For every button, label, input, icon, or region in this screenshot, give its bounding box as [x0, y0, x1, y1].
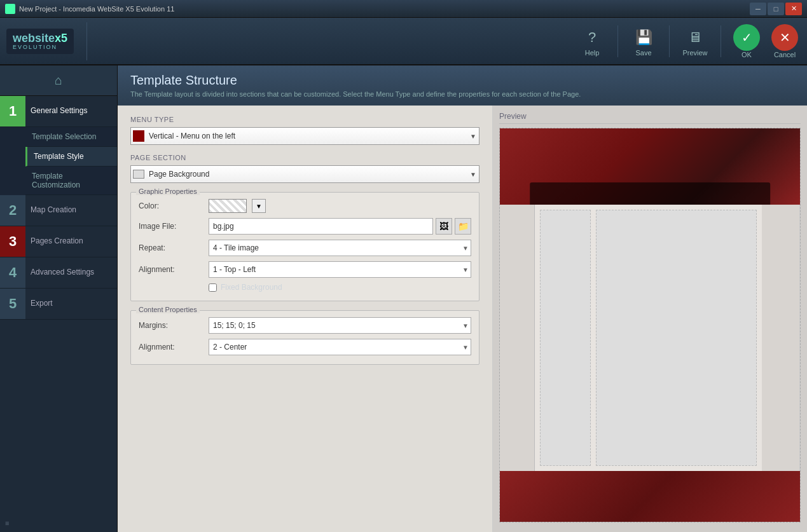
- image-file-browse-btn[interactable]: 🖼: [436, 218, 452, 235]
- page-section-row: Page Background Header Footer Menu Conte…: [130, 165, 479, 183]
- sidebar-label-advanced-settings: Advanced Settings: [25, 264, 99, 282]
- preview-body: [500, 205, 800, 471]
- sidebar-label-pages-creation: Pages Creation: [25, 233, 88, 250]
- sidebar-bottom: ≡: [0, 514, 117, 532]
- sidebar-label-map-creation: Map Creation: [25, 201, 81, 219]
- menu-type-group: Menu Type Vertical - Menu on the left Ho…: [130, 116, 479, 145]
- sidebar-item-advanced-settings[interactable]: 4 Advanced Settings: [0, 257, 117, 289]
- color-swatch[interactable]: [209, 199, 247, 213]
- page-section-dropdown-wrapper[interactable]: Page Background Header Footer Menu Conte…: [130, 165, 479, 183]
- template-style-label: Template Style: [34, 152, 84, 161]
- sidebar-label-export: Export: [25, 295, 58, 313]
- alignment-select[interactable]: 1 - Top - Left 2 - Top - Center 3 - Top …: [209, 261, 471, 278]
- toolbar-divider-1: [617, 25, 618, 57]
- image-file-row: Image File: bg.jpg 🖼 📁: [139, 218, 471, 235]
- logo-box: websitex5 EVOLUTION: [6, 29, 74, 54]
- template-customization-label: Template Customization: [32, 172, 111, 189]
- page-section-group: Page section Page Background Header Foot…: [130, 154, 479, 183]
- preview-frame: [499, 128, 801, 522]
- fixed-background-label[interactable]: Fixed Background: [221, 283, 282, 292]
- image-file-text: bg.jpg: [209, 218, 433, 235]
- content-alignment-select-wrapper[interactable]: 1 - Left 2 - Center 3 - Right ▼: [209, 339, 471, 355]
- page-section-select[interactable]: Page Background Header Footer Menu Conte…: [130, 165, 479, 183]
- sidebar-item-pages-creation[interactable]: 3 Pages Creation: [0, 226, 117, 257]
- content-properties-group: Content Properties Margins: 15; 15; 0; 1…: [130, 310, 479, 365]
- preview-sidebar: [500, 205, 535, 471]
- menu-type-dropdown-wrapper[interactable]: Vertical - Menu on the left Horizontal -…: [130, 127, 479, 145]
- content-alignment-row: Alignment: 1 - Left 2 - Center 3 - Right…: [139, 339, 471, 355]
- save-icon: 💾: [632, 26, 655, 49]
- main-layout: ⌂ 1 General Settings Template Selection …: [0, 65, 807, 532]
- logo: websitex5 EVOLUTION: [6, 22, 87, 60]
- image-file-folder-btn[interactable]: 📁: [455, 218, 471, 235]
- margins-select[interactable]: 15; 15; 0; 15 0; 0; 0; 0: [209, 317, 471, 334]
- repeat-select-wrapper[interactable]: 1 - No repeat 2 - Repeat horizontally 3 …: [209, 240, 471, 256]
- alignment-select-wrapper[interactable]: 1 - Top - Left 2 - Top - Center 3 - Top …: [209, 261, 471, 278]
- toolbar-divider-3: [721, 25, 721, 57]
- preview-content: [535, 205, 762, 471]
- file-input-group: bg.jpg 🖼 📁: [209, 218, 471, 235]
- save-button[interactable]: 💾 Save: [628, 26, 659, 57]
- sidebar-item-template-style[interactable]: Template Style: [25, 147, 117, 167]
- preview-footer: [500, 471, 800, 522]
- close-button[interactable]: ✕: [785, 3, 802, 15]
- alignment-row: Alignment: 1 - Top - Left 2 - Top - Cent…: [139, 261, 471, 278]
- preview-button[interactable]: 🖥 Preview: [679, 26, 711, 57]
- app-icon: [5, 4, 15, 14]
- cancel-button[interactable]: ✕ Cancel: [769, 24, 801, 58]
- preview-col-left: [540, 210, 591, 466]
- help-label: Help: [585, 49, 600, 57]
- fixed-background-checkbox[interactable]: [209, 283, 217, 292]
- sidebar-num-1: 1: [0, 96, 25, 126]
- toolbar-buttons: ? Help 💾 Save 🖥 Preview ✓ OK ✕ Cancel: [576, 24, 801, 58]
- preview-label: Preview: [499, 112, 801, 124]
- logo-website: websitex5: [13, 32, 67, 44]
- preview-panel: Preview: [493, 106, 807, 532]
- content-header: Template Structure The Template layout i…: [118, 65, 807, 106]
- help-button[interactable]: ? Help: [576, 26, 608, 57]
- preview-col-right: [762, 205, 800, 471]
- sidebar-item-template-customization[interactable]: Template Customization: [25, 167, 117, 195]
- alignment-label: Alignment:: [139, 265, 209, 274]
- toolbar: websitex5 EVOLUTION ? Help 💾 Save 🖥 Prev…: [0, 18, 807, 65]
- page-section-label: Page section: [130, 154, 479, 161]
- color-label: Color:: [139, 201, 209, 210]
- color-dropdown-btn[interactable]: ▼: [252, 199, 266, 213]
- color-row: Color: ▼: [139, 199, 471, 213]
- sidebar-home-button[interactable]: ⌂: [0, 65, 117, 96]
- content-alignment-label: Alignment:: [139, 343, 209, 351]
- margins-select-wrapper[interactable]: 15; 15; 0; 15 0; 0; 0; 0 ▼: [209, 317, 471, 334]
- preview-header: [500, 128, 800, 205]
- fixed-background-row: Fixed Background: [139, 283, 471, 292]
- minimize-button[interactable]: ─: [750, 3, 766, 15]
- sidebar-item-template-selection[interactable]: Template Selection: [25, 127, 117, 147]
- graphic-properties-group: Graphic Properties Color: ▼ Image File:: [130, 192, 479, 301]
- page-description: The Template layout is divided into sect…: [130, 90, 794, 98]
- sidebar-num-3: 3: [0, 226, 25, 257]
- maximize-button[interactable]: □: [768, 3, 784, 15]
- page-title: Template Structure: [130, 73, 794, 88]
- margins-row: Margins: 15; 15; 0; 15 0; 0; 0; 0 ▼: [139, 317, 471, 334]
- title-bar: New Project - Incomedia WebSite X5 Evolu…: [0, 0, 807, 18]
- content-properties-title: Content Properties: [136, 306, 200, 313]
- sidebar-num-5: 5: [0, 289, 25, 319]
- sidebar-item-map-creation[interactable]: 2 Map Creation: [0, 195, 117, 226]
- sidebar-item-export[interactable]: 5 Export: [0, 289, 117, 320]
- help-icon: ?: [581, 26, 604, 49]
- image-file-label: Image File:: [139, 222, 209, 231]
- color-control: ▼: [209, 199, 266, 213]
- sidebar-label-general-settings: General Settings: [25, 102, 92, 120]
- menu-type-row: Vertical - Menu on the left Horizontal -…: [130, 127, 479, 145]
- repeat-select[interactable]: 1 - No repeat 2 - Repeat horizontally 3 …: [209, 240, 471, 256]
- title-bar-buttons: ─ □ ✕: [750, 3, 802, 15]
- repeat-row: Repeat: 1 - No repeat 2 - Repeat horizon…: [139, 240, 471, 256]
- ok-button[interactable]: ✓ OK: [731, 24, 762, 58]
- cancel-icon: ✕: [771, 24, 798, 51]
- sidebar-sub-section: Template Selection Template Style Templa…: [0, 127, 117, 195]
- template-selection-label: Template Selection: [32, 132, 96, 141]
- menu-type-select[interactable]: Vertical - Menu on the left Horizontal -…: [130, 127, 479, 145]
- content-area: Template Structure The Template layout i…: [118, 65, 807, 532]
- margins-label: Margins:: [139, 321, 209, 330]
- sidebar-item-general-settings[interactable]: 1 General Settings: [0, 96, 117, 127]
- content-alignment-select[interactable]: 1 - Left 2 - Center 3 - Right: [209, 339, 471, 355]
